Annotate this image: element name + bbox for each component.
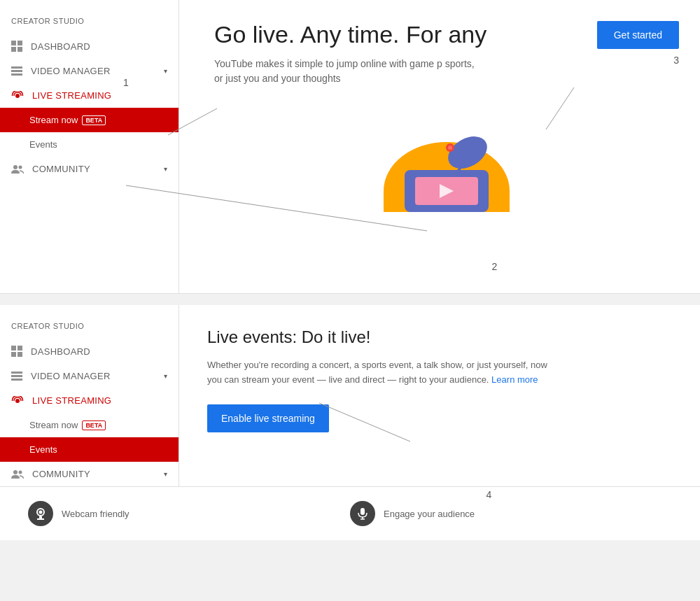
bottom-sidebar-title: CREATOR STUDIO bbox=[0, 316, 178, 339]
svg-rect-36 bbox=[37, 518, 44, 520]
sidebar-sub-events-top[interactable]: Events bbox=[0, 132, 178, 157]
webcam-icon bbox=[28, 501, 53, 526]
svg-rect-24 bbox=[11, 352, 16, 357]
bottom-dashboard-icon bbox=[11, 346, 22, 357]
top-main-title: Go live. Any time. For any bbox=[214, 21, 486, 48]
sidebar-item-video-manager[interactable]: VIDEO MANAGER ▾ bbox=[0, 59, 178, 83]
svg-point-31 bbox=[19, 470, 22, 474]
svg-point-8 bbox=[13, 165, 18, 169]
sidebar-item-community[interactable]: COMMUNITY ▾ bbox=[0, 157, 178, 181]
bottom-video-manager-icon bbox=[11, 372, 22, 381]
webcam-label: Webcam friendly bbox=[62, 509, 130, 519]
bottom-video-manager-chevron: ▾ bbox=[164, 372, 167, 380]
sidebar-sub-stream-now[interactable]: Stream now BETA bbox=[0, 108, 178, 132]
sidebar-label-video-manager: VIDEO MANAGER bbox=[31, 66, 111, 76]
svg-point-7 bbox=[15, 94, 20, 98]
svg-rect-1 bbox=[18, 41, 22, 45]
bottom-beta-badge: BETA bbox=[82, 420, 106, 430]
bottom-sidebar-item-video-manager[interactable]: VIDEO MANAGER ▾ bbox=[0, 364, 178, 388]
video-manager-chevron: ▾ bbox=[164, 67, 167, 75]
annotation-2: 2 bbox=[491, 261, 497, 272]
community-icon bbox=[11, 164, 24, 174]
top-main-subtitle: YouTube makes it simple to jump online w… bbox=[214, 57, 480, 86]
bottom-community-icon bbox=[11, 469, 24, 479]
features-row: Webcam friendly Engage your audience bbox=[0, 486, 700, 540]
svg-rect-26 bbox=[11, 372, 22, 374]
sidebar-item-live-streaming[interactable]: LIVE STREAMING bbox=[0, 83, 178, 108]
sidebar-label-dashboard: DASHBOARD bbox=[31, 41, 90, 52]
svg-rect-25 bbox=[18, 352, 22, 357]
feature-webcam: Webcam friendly bbox=[28, 501, 350, 526]
feature-engage: Engage your audience bbox=[350, 501, 672, 526]
svg-rect-27 bbox=[11, 375, 22, 377]
beta-badge: BETA bbox=[82, 115, 106, 125]
top-sidebar: CREATOR STUDIO DASHBOARD bbox=[0, 0, 179, 293]
sidebar-label-live-streaming: LIVE STREAMING bbox=[32, 90, 111, 101]
community-chevron: ▾ bbox=[164, 165, 167, 173]
bottom-live-streaming-icon bbox=[11, 396, 24, 406]
annotation-4: 4 bbox=[486, 489, 492, 500]
bottom-sidebar-label-live-streaming: LIVE STREAMING bbox=[32, 395, 111, 406]
svg-rect-22 bbox=[11, 346, 16, 351]
learn-more-link[interactable]: Learn more bbox=[491, 374, 538, 385]
svg-rect-6 bbox=[11, 73, 22, 76]
get-started-button[interactable]: Get started bbox=[597, 21, 679, 49]
bottom-sidebar-item-community[interactable]: COMMUNITY ▾ bbox=[0, 462, 178, 486]
svg-point-9 bbox=[19, 165, 22, 169]
bottom-main-content: Live events: Do it live! Whether you're … bbox=[179, 305, 700, 486]
bottom-sidebar-label-community: COMMUNITY bbox=[32, 469, 90, 479]
bottom-sidebar-sub-stream-now[interactable]: Stream now BETA bbox=[0, 413, 178, 437]
svg-point-18 bbox=[448, 146, 452, 150]
svg-rect-5 bbox=[11, 70, 22, 72]
bottom-sidebar-item-dashboard[interactable]: DASHBOARD bbox=[0, 339, 178, 364]
bottom-sidebar: CREATOR STUDIO DASHBOARD bbox=[0, 305, 179, 486]
sidebar-item-dashboard[interactable]: DASHBOARD bbox=[0, 34, 178, 59]
microphone-icon bbox=[350, 501, 375, 526]
svg-point-30 bbox=[13, 470, 18, 474]
enable-live-streaming-button[interactable]: Enable live streaming bbox=[207, 404, 329, 432]
bottom-sidebar-item-live-streaming[interactable]: LIVE STREAMING bbox=[0, 388, 178, 413]
live-events-description: Whether you're recording a concert, a sp… bbox=[207, 358, 557, 388]
stream-now-label: Stream now bbox=[29, 115, 78, 125]
bottom-panel: CREATOR STUDIO DASHBOARD bbox=[0, 305, 700, 540]
bottom-sidebar-label-dashboard: DASHBOARD bbox=[31, 346, 90, 357]
bottom-sidebar-label-video-manager: VIDEO MANAGER bbox=[31, 371, 111, 381]
top-main-content: 1 Go live. Any time. For any YouTube mak… bbox=[179, 0, 700, 293]
sidebar-label-community: COMMUNITY bbox=[32, 164, 90, 174]
satellite-illustration bbox=[214, 100, 679, 212]
events-label-top: Events bbox=[29, 139, 57, 150]
svg-rect-23 bbox=[18, 346, 22, 351]
live-events-title: Live events: Do it live! bbox=[207, 327, 672, 347]
bottom-community-chevron: ▾ bbox=[164, 470, 167, 478]
bottom-events-label: Events bbox=[29, 444, 57, 455]
annotation-1: 1 bbox=[123, 77, 129, 88]
dashboard-icon bbox=[11, 41, 22, 52]
svg-rect-0 bbox=[11, 41, 16, 45]
bottom-stream-now-label: Stream now bbox=[29, 420, 78, 430]
svg-line-32 bbox=[319, 403, 410, 441]
svg-point-34 bbox=[39, 511, 43, 514]
svg-point-29 bbox=[15, 399, 20, 403]
svg-rect-28 bbox=[11, 379, 22, 381]
annotation-3: 3 bbox=[597, 55, 679, 66]
svg-rect-35 bbox=[39, 516, 42, 518]
svg-rect-3 bbox=[18, 47, 22, 52]
engage-label: Engage your audience bbox=[384, 509, 475, 519]
svg-rect-2 bbox=[11, 47, 16, 52]
bottom-sidebar-sub-events[interactable]: Events bbox=[0, 437, 178, 462]
svg-rect-4 bbox=[11, 66, 22, 69]
live-streaming-icon bbox=[11, 91, 24, 101]
video-manager-icon bbox=[11, 66, 22, 76]
svg-rect-37 bbox=[360, 508, 365, 515]
top-sidebar-title: CREATOR STUDIO bbox=[0, 11, 178, 34]
